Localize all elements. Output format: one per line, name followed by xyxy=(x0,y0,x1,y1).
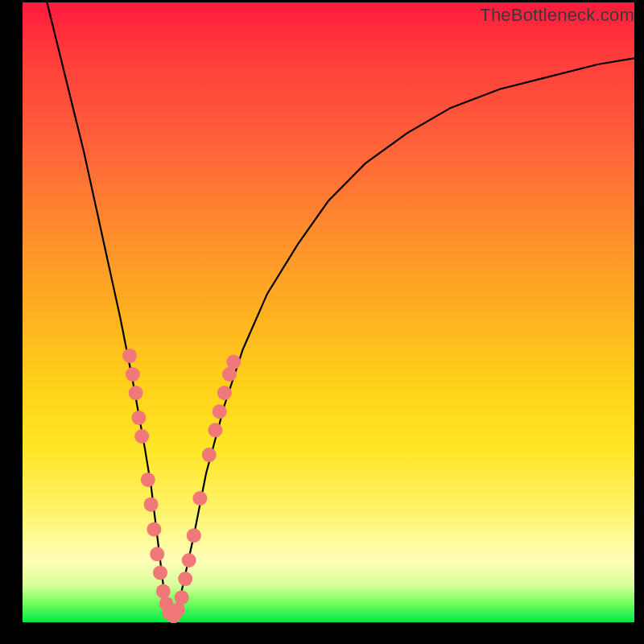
data-marker xyxy=(222,367,237,382)
data-marker xyxy=(202,448,217,462)
data-marker xyxy=(122,349,137,363)
data-marker xyxy=(178,572,192,586)
data-marker xyxy=(171,603,185,617)
data-marker xyxy=(129,386,143,400)
data-marker xyxy=(192,491,207,506)
data-marker xyxy=(144,497,159,512)
data-marker xyxy=(187,528,201,543)
data-marker xyxy=(141,473,155,487)
plot-area xyxy=(23,2,634,622)
curve-layer xyxy=(47,2,634,616)
bottleneck-curve xyxy=(47,2,634,616)
marker-layer xyxy=(122,349,241,623)
data-marker xyxy=(182,553,196,568)
data-marker xyxy=(150,547,164,561)
data-marker xyxy=(226,355,241,369)
data-marker xyxy=(156,584,171,599)
data-marker xyxy=(175,590,189,605)
data-marker xyxy=(131,411,146,425)
chart-frame: TheBottleneck.com xyxy=(0,0,644,644)
data-marker xyxy=(126,367,140,382)
chart-svg xyxy=(23,2,634,622)
data-marker xyxy=(134,429,149,444)
data-marker xyxy=(217,386,232,400)
data-marker xyxy=(153,565,167,580)
data-marker xyxy=(147,522,161,537)
data-marker xyxy=(208,423,222,437)
data-marker xyxy=(213,404,227,419)
